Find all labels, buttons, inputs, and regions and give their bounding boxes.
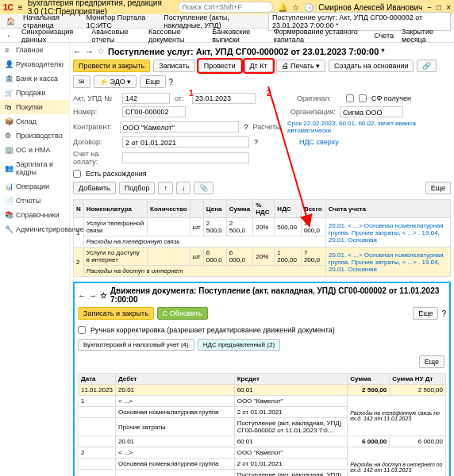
sidebar-item-purchases[interactable]: 🛍Покупки: [0, 100, 69, 114]
col-nds[interactable]: НДС: [275, 200, 302, 218]
global-search-input[interactable]: [178, 2, 273, 13]
edo-button[interactable]: ⚡ ЭДО ▾: [94, 75, 137, 88]
bell-icon[interactable]: 🔔: [278, 3, 287, 12]
refresh-button[interactable]: С Обновить: [157, 307, 208, 320]
help-icon[interactable]: ?: [244, 123, 248, 131]
maximize-icon[interactable]: □: [437, 3, 441, 12]
manual-corr-checkbox[interactable]: [78, 324, 86, 336]
tab-nds[interactable]: НДС предъявленный (2): [198, 339, 280, 351]
act-date-input[interactable]: [192, 93, 256, 104]
dogovor-field[interactable]: 2 от 01.01.2021: [122, 136, 249, 148]
help-icon[interactable]: ?: [169, 78, 174, 86]
back-icon[interactable]: ←: [6, 32, 13, 40]
col-unit[interactable]: [190, 200, 203, 218]
col-price[interactable]: Цена: [203, 200, 226, 218]
email-button[interactable]: ✉: [73, 75, 90, 88]
nds-link[interactable]: НДС сверху: [299, 138, 339, 146]
link-button[interactable]: 🔗: [417, 60, 437, 72]
close-icon[interactable]: ×: [446, 3, 451, 12]
print-button[interactable]: 🖨 Печать ▾: [276, 60, 326, 72]
help-icon[interactable]: ?: [254, 138, 258, 146]
history-icon[interactable]: 🕓: [304, 3, 314, 12]
help-icon[interactable]: ?: [441, 309, 446, 318]
number-input[interactable]: [122, 106, 186, 117]
sidebar-item-main[interactable]: ≡Главное: [0, 43, 69, 57]
toolbar-checks[interactable]: Счета: [374, 32, 394, 40]
sf-checkbox[interactable]: [359, 93, 367, 104]
toolbar-capital[interactable]: Формирование уставного капитала: [274, 28, 366, 44]
col-sum[interactable]: Сумма: [226, 200, 252, 218]
post-button[interactable]: Провести: [198, 60, 241, 72]
contr-field[interactable]: ООО "Камелот": [120, 121, 240, 132]
col-qty[interactable]: Количество: [148, 200, 190, 218]
toolbar-cash[interactable]: Кассовые документы: [148, 28, 204, 44]
calc-link[interactable]: Срок 22.02.2023, 60.01, 60.02, зачет ава…: [287, 120, 451, 134]
menu-icon[interactable]: ≡: [18, 3, 23, 12]
save-button[interactable]: Записать: [153, 60, 194, 72]
minimize-icon[interactable]: −: [427, 3, 432, 12]
sidebar-item-operations[interactable]: 📊Операции: [0, 179, 69, 194]
toolbar-close[interactable]: Закрытие месяца: [402, 28, 448, 44]
sidebar-item-production[interactable]: ⚙Производство: [0, 129, 69, 143]
org-field[interactable]: Сигма ООО: [340, 106, 403, 117]
attach-button[interactable]: 📎: [194, 182, 214, 194]
create-base-button[interactable]: Создать на основании: [329, 60, 414, 72]
user-name[interactable]: Смирнов Алексей Иванович: [318, 3, 422, 12]
forward-icon[interactable]: →: [89, 291, 97, 300]
sidebar-item-salary[interactable]: 👥Зарплата и кадры: [0, 157, 69, 179]
home-icon[interactable]: 🏠: [3, 17, 18, 26]
table-row[interactable]: 1 Услуги телефонной связи шт 2 500,0 2 5…: [74, 218, 451, 236]
cell[interactable]: 20.01. < ...> Основная номенклатурная гр…: [325, 218, 450, 248]
more-button[interactable]: Еще: [413, 307, 438, 320]
more-button[interactable]: Еще: [419, 355, 444, 368]
sidebar-item-bank[interactable]: 🏦Банк и касса: [0, 71, 69, 86]
sidebar-label: Операции: [16, 182, 49, 190]
col-kredit[interactable]: Кредит: [234, 374, 348, 385]
acct-input[interactable]: [122, 152, 249, 163]
back-icon[interactable]: ←: [73, 47, 82, 56]
forward-icon[interactable]: →: [85, 47, 94, 56]
toolbar-sync[interactable]: Синхронизация данных: [21, 28, 83, 44]
star-icon[interactable]: ☆: [292, 3, 299, 12]
table-row[interactable]: 2 Услуги по доступу в интернет шт 6 000,…: [74, 248, 451, 266]
post-close-button[interactable]: Провести и закрыть: [73, 60, 150, 72]
save-close-button[interactable]: Записать и закрыть: [78, 307, 154, 320]
col-date[interactable]: Дата: [79, 374, 116, 385]
back-icon[interactable]: ←: [78, 291, 86, 300]
favorite-icon[interactable]: ☆: [100, 291, 107, 300]
act-no-input[interactable]: [122, 93, 170, 104]
sidebar-item-reports[interactable]: 📄Отчеты: [0, 194, 69, 208]
add-button[interactable]: Добавить: [73, 182, 116, 194]
col-debet[interactable]: Дебет: [116, 374, 235, 385]
more-button[interactable]: Еще: [140, 75, 165, 88]
original-checkbox[interactable]: [346, 93, 354, 104]
table-row[interactable]: 20.01 60.01 6 000,00 6 000,00: [79, 436, 446, 447]
discrepancy-checkbox[interactable]: [73, 168, 81, 179]
pick-button[interactable]: Подбор: [119, 182, 156, 194]
toolbar-advance[interactable]: Авансовые отчеты: [91, 28, 140, 44]
sidebar-item-admin[interactable]: 🔧Администрирование: [0, 222, 69, 236]
up-button[interactable]: ↑: [158, 182, 173, 194]
col-ndsp[interactable]: % НДС: [253, 200, 275, 218]
col-n[interactable]: N: [74, 200, 84, 218]
down-button[interactable]: ↓: [176, 182, 191, 194]
col-sum[interactable]: Сумма: [348, 374, 390, 385]
col-nom[interactable]: Номенклатура: [83, 200, 147, 218]
more-button[interactable]: Еще: [425, 182, 451, 194]
sidebar-item-os[interactable]: 🏢ОС и НМА: [0, 143, 69, 157]
tab-accounting[interactable]: Бухгалтерский и налоговый учет (4): [78, 339, 194, 351]
favorite-icon[interactable]: ☆: [97, 46, 105, 56]
table-row[interactable]: 1< ...>ООО "Камелот"Расходы на телефонну…: [79, 396, 446, 407]
movements-button[interactable]: Дт Кт: [244, 60, 273, 72]
col-sumnu[interactable]: Сумма НУ Дт: [390, 374, 446, 385]
col-acc[interactable]: Счета учета: [325, 200, 450, 218]
sidebar-item-sales[interactable]: 🛒Продажи: [0, 86, 69, 100]
cell[interactable]: 20.01. < ...> Основная номенклатурная гр…: [325, 248, 450, 277]
sidebar-item-warehouse[interactable]: 📦Склад: [0, 114, 69, 129]
toolbar-bank[interactable]: Банковские выписки: [212, 28, 266, 44]
sidebar-item-refs[interactable]: 📚Справочники: [0, 208, 69, 222]
col-total[interactable]: Всего: [301, 200, 325, 218]
table-row[interactable]: 2< ...>ООО "Камелот"Расходы на доступ в …: [79, 447, 446, 459]
table-row[interactable]: 11.01.2023 20.01 60.01 2 500,00 2 500,00: [79, 385, 446, 396]
sidebar-item-manager[interactable]: 👤Руководителю: [0, 57, 69, 71]
